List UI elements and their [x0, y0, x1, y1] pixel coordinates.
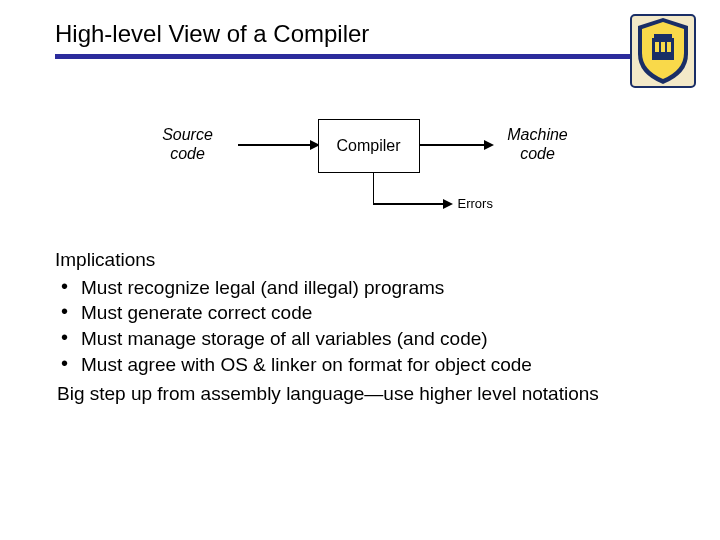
list-item: Must generate correct code	[55, 300, 680, 326]
errors-line-v	[373, 172, 375, 204]
source-line1: Source	[162, 126, 213, 143]
list-item-text: Must agree with OS & linker on format fo…	[81, 354, 532, 375]
compiler-diagram: Source code Compiler Machine code Errors	[58, 119, 678, 229]
compiler-box-label: Compiler	[336, 137, 400, 155]
source-code-label: Source code	[143, 125, 233, 163]
university-logo	[628, 12, 698, 90]
arrow-out-line	[420, 144, 492, 146]
slide: High-level View of a Compiler Source cod…	[0, 0, 720, 540]
svg-rect-5	[667, 42, 671, 52]
list-item-text: Must manage storage of all variables (an…	[81, 328, 488, 349]
list-item-text: Must recognize legal (and illegal) progr…	[81, 277, 444, 298]
page-title: High-level View of a Compiler	[55, 20, 680, 48]
list-item: Must manage storage of all variables (an…	[55, 326, 680, 352]
list-item: Must agree with OS & linker on format fo…	[55, 352, 680, 378]
machine-line2: code	[520, 145, 555, 162]
implications-heading: Implications	[55, 247, 680, 273]
machine-line1: Machine	[507, 126, 567, 143]
svg-rect-3	[655, 42, 659, 52]
title-underline	[55, 54, 680, 59]
svg-rect-4	[661, 42, 665, 52]
svg-rect-2	[654, 34, 672, 38]
list-item: Must recognize legal (and illegal) progr…	[55, 275, 680, 301]
machine-code-label: Machine code	[493, 125, 583, 163]
closing-line: Big step up from assembly language—use h…	[55, 381, 680, 407]
errors-line-h	[373, 203, 451, 205]
source-line2: code	[170, 145, 205, 162]
list-item-text: Must generate correct code	[81, 302, 312, 323]
errors-arrow-head	[443, 199, 453, 209]
implications-list: Must recognize legal (and illegal) progr…	[55, 275, 680, 378]
compiler-box: Compiler	[318, 119, 420, 173]
arrow-in-line	[238, 144, 318, 146]
errors-label: Errors	[458, 196, 493, 211]
implications-section: Implications Must recognize legal (and i…	[55, 247, 680, 407]
